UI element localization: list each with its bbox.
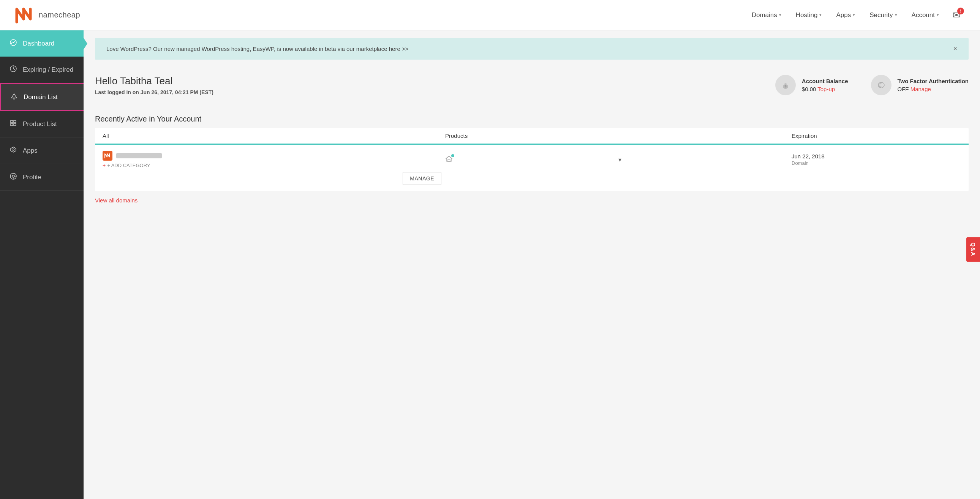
sidebar-item-domain-list[interactable]: Domain List xyxy=(0,83,84,111)
expiration-type: Domain xyxy=(792,160,961,166)
domains-chevron-icon: ▾ xyxy=(779,13,781,17)
main-content: Love WordPress? Our new managed WordPres… xyxy=(84,30,980,499)
sidebar: Dashboard Expiring / Expired Domain List xyxy=(0,30,84,499)
two-factor-title: Two Factor Authentication xyxy=(897,78,969,84)
active-dot xyxy=(451,154,454,157)
section-title: Recently Active in Your Account xyxy=(95,115,969,124)
svg-point-21 xyxy=(876,80,886,91)
manage-button[interactable]: MANAGE xyxy=(402,172,441,185)
expiration-date: Jun 22, 2018 xyxy=(792,153,961,159)
domain-list-icon xyxy=(10,92,18,102)
expiration-cell: Jun 22, 2018 Domain xyxy=(792,153,961,166)
svg-line-4 xyxy=(13,69,15,70)
col-all: All xyxy=(103,132,441,139)
dashboard-content: Hello Tabitha Teal Last logged in on Jun… xyxy=(84,67,980,211)
profile-icon xyxy=(9,172,18,182)
nav-domains[interactable]: Domains ▾ xyxy=(746,8,787,22)
logo-area: namecheap xyxy=(15,7,80,24)
namecheap-logo xyxy=(15,7,35,24)
nav-links: Domains ▾ Hosting ▾ Apps ▾ Security ▾ Ac… xyxy=(746,7,965,24)
balance-icon: $ xyxy=(775,75,796,95)
svg-point-1 xyxy=(13,42,14,43)
topup-link[interactable]: Top-up xyxy=(818,86,835,92)
logo-text: namecheap xyxy=(39,11,80,19)
domain-name-redacted xyxy=(116,153,162,158)
svg-rect-5 xyxy=(13,98,15,99)
sidebar-item-apps[interactable]: Apps xyxy=(0,137,84,164)
sidebar-label-dashboard: Dashboard xyxy=(23,40,54,48)
svg-rect-8 xyxy=(11,124,13,126)
mail-badge: ! xyxy=(957,8,964,14)
welcome-right: $ Account Balance $0.00 Top-up xyxy=(775,75,969,95)
domain-table: All Products Expiration xyxy=(95,128,969,191)
plus-icon: + xyxy=(103,162,106,168)
balance-info: Account Balance $0.00 Top-up xyxy=(802,78,848,92)
home-icon-wrapper xyxy=(445,155,453,164)
add-category-button[interactable]: + + ADD CATEGORY xyxy=(103,162,441,168)
nav-security[interactable]: Security ▾ xyxy=(864,8,902,22)
welcome-heading: Hello Tabitha Teal xyxy=(95,75,213,87)
svg-text:$: $ xyxy=(784,84,786,88)
svg-marker-11 xyxy=(12,148,14,151)
mail-button[interactable]: ✉ ! xyxy=(948,7,965,24)
account-balance-widget: $ Account Balance $0.00 Top-up xyxy=(775,75,848,95)
row-expand-icon[interactable]: ▾ xyxy=(618,156,621,163)
two-factor-info: Two Factor Authentication OFF Manage xyxy=(897,78,969,92)
sidebar-label-domain-list: Domain List xyxy=(24,94,58,101)
security-chevron-icon: ▾ xyxy=(895,13,897,17)
hosting-chevron-icon: ▾ xyxy=(819,13,822,17)
table-header: All Products Expiration xyxy=(95,128,969,145)
domain-cell: + + ADD CATEGORY xyxy=(103,151,441,168)
two-factor-widget: Two Factor Authentication OFF Manage xyxy=(871,75,969,95)
dashboard-icon xyxy=(9,39,18,48)
expiring-icon xyxy=(9,65,18,75)
sidebar-item-product-list[interactable]: Product List xyxy=(0,111,84,137)
chevron-cell[interactable]: ▾ xyxy=(618,156,788,163)
product-list-icon xyxy=(9,119,18,129)
sidebar-label-expiring: Expiring / Expired xyxy=(23,66,73,74)
top-nav: namecheap Domains ▾ Hosting ▾ Apps ▾ Sec… xyxy=(0,0,980,30)
sidebar-item-expiring[interactable]: Expiring / Expired xyxy=(0,57,84,83)
manage-cell: MANAGE xyxy=(103,172,441,185)
qna-button[interactable]: Q&A xyxy=(966,237,980,262)
two-factor-icon xyxy=(871,75,891,95)
welcome-left: Hello Tabitha Teal Last logged in on Jun… xyxy=(95,75,213,95)
col-expiration: Expiration xyxy=(792,132,961,139)
nav-account[interactable]: Account ▾ xyxy=(906,8,944,22)
promo-banner: Love WordPress? Our new managed WordPres… xyxy=(95,38,969,60)
account-chevron-icon: ▾ xyxy=(937,13,939,17)
recently-active-section: Recently Active in Your Account All Prod… xyxy=(95,115,969,204)
svg-point-13 xyxy=(12,175,14,177)
table-row: + + ADD CATEGORY xyxy=(95,145,969,191)
svg-rect-7 xyxy=(14,121,16,123)
balance-amount: $0.00 Top-up xyxy=(802,86,848,92)
sidebar-item-dashboard[interactable]: Dashboard xyxy=(0,30,84,57)
apps-chevron-icon: ▾ xyxy=(853,13,855,17)
col-empty xyxy=(618,132,788,139)
two-factor-value: OFF Manage xyxy=(897,86,969,92)
apps-icon xyxy=(9,146,18,155)
nav-apps[interactable]: Apps ▾ xyxy=(831,8,860,22)
welcome-section: Hello Tabitha Teal Last logged in on Jun… xyxy=(95,75,969,95)
sidebar-item-profile[interactable]: Profile xyxy=(0,164,84,191)
last-login-text: Last logged in on Jun 26, 2017, 04:21 PM… xyxy=(95,89,213,95)
banner-close-button[interactable]: × xyxy=(953,45,957,53)
section-divider xyxy=(95,107,969,107)
svg-rect-6 xyxy=(11,121,13,123)
domain-name-row xyxy=(103,151,441,161)
sidebar-label-profile: Profile xyxy=(23,173,41,181)
sidebar-label-apps: Apps xyxy=(23,147,38,154)
balance-title: Account Balance xyxy=(802,78,848,84)
banner-text: Love WordPress? Our new managed WordPres… xyxy=(107,46,408,52)
product-cell xyxy=(445,155,614,164)
sidebar-label-product-list: Product List xyxy=(23,121,57,128)
svg-rect-9 xyxy=(14,124,16,126)
svg-marker-10 xyxy=(11,147,16,152)
domain-logo xyxy=(103,151,113,161)
manage-2fa-link[interactable]: Manage xyxy=(910,86,931,92)
page-layout: Dashboard Expiring / Expired Domain List xyxy=(0,30,980,499)
nav-hosting[interactable]: Hosting ▾ xyxy=(791,8,827,22)
col-products: Products xyxy=(445,132,614,139)
view-all-domains-link[interactable]: View all domains xyxy=(95,197,137,203)
